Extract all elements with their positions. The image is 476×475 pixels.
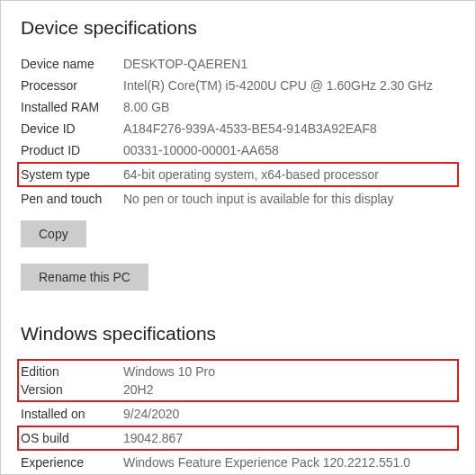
row-product-id: Product ID 00331-10000-00001-AA658: [21, 139, 455, 161]
rename-pc-button[interactable]: Rename this PC: [21, 264, 148, 291]
windows-spec-rows: Edition Windows 10 Pro Version 20H2 Inst…: [21, 359, 455, 473]
row-edition: Edition Windows 10 Pro: [21, 363, 455, 381]
label-device-id: Device ID: [21, 121, 123, 136]
value-pen-touch: No pen or touch input is available for t…: [123, 192, 455, 206]
value-device-name: DESKTOP-QAEREN1: [123, 57, 455, 71]
windows-specs-heading: Windows specifications: [21, 323, 455, 345]
label-product-id: Product ID: [21, 143, 123, 157]
windows-specifications-section: Windows specifications Edition Windows 1…: [21, 323, 455, 473]
row-system-type: System type 64-bit operating system, x64…: [21, 166, 455, 184]
label-device-name: Device name: [21, 57, 123, 71]
device-specs-heading: Device specifications: [21, 17, 455, 39]
row-device-name: Device name DESKTOP-QAEREN1: [21, 53, 455, 75]
value-installed-on: 9/24/2020: [123, 407, 455, 421]
label-system-type: System type: [21, 167, 123, 182]
row-processor: Processor Intel(R) Core(TM) i5-4200U CPU…: [21, 75, 455, 96]
label-version: Version: [21, 382, 123, 397]
value-product-id: 00331-10000-00001-AA658: [123, 143, 455, 157]
value-system-type: 64-bit operating system, x64-based proce…: [123, 167, 455, 182]
row-experience: Experience Windows Feature Experience Pa…: [21, 452, 455, 473]
row-version: Version 20H2: [21, 381, 455, 399]
value-version: 20H2: [123, 382, 455, 397]
value-device-id: A184F276-939A-4533-BE54-914B3A92EAF8: [123, 121, 455, 136]
device-specifications-section: Device specifications Device name DESKTO…: [21, 17, 455, 316]
label-pen-touch: Pen and touch: [21, 192, 123, 206]
label-installed-ram: Installed RAM: [21, 100, 123, 114]
value-os-build: 19042.867: [123, 431, 455, 445]
copy-button[interactable]: Copy: [21, 220, 86, 247]
highlight-system-type: System type 64-bit operating system, x64…: [17, 162, 459, 187]
row-device-id: Device ID A184F276-939A-4533-BE54-914B3A…: [21, 118, 455, 139]
label-processor: Processor: [21, 78, 123, 93]
row-installed-ram: Installed RAM 8.00 GB: [21, 96, 455, 118]
value-installed-ram: 8.00 GB: [123, 100, 455, 114]
row-pen-touch: Pen and touch No pen or touch input is a…: [21, 188, 455, 210]
label-edition: Edition: [21, 364, 123, 379]
value-edition: Windows 10 Pro: [123, 364, 455, 379]
device-spec-rows: Device name DESKTOP-QAEREN1 Processor In…: [21, 53, 455, 210]
highlight-os-build: OS build 19042.867: [17, 426, 459, 451]
value-processor: Intel(R) Core(TM) i5-4200U CPU @ 1.60GHz…: [123, 78, 455, 93]
label-installed-on: Installed on: [21, 407, 123, 421]
highlight-edition-version: Edition Windows 10 Pro Version 20H2: [17, 359, 459, 402]
label-os-build: OS build: [21, 431, 123, 445]
value-experience: Windows Feature Experience Pack 120.2212…: [123, 455, 455, 470]
row-installed-on: Installed on 9/24/2020: [21, 403, 455, 425]
label-experience: Experience: [21, 455, 123, 470]
row-os-build: OS build 19042.867: [21, 429, 455, 447]
